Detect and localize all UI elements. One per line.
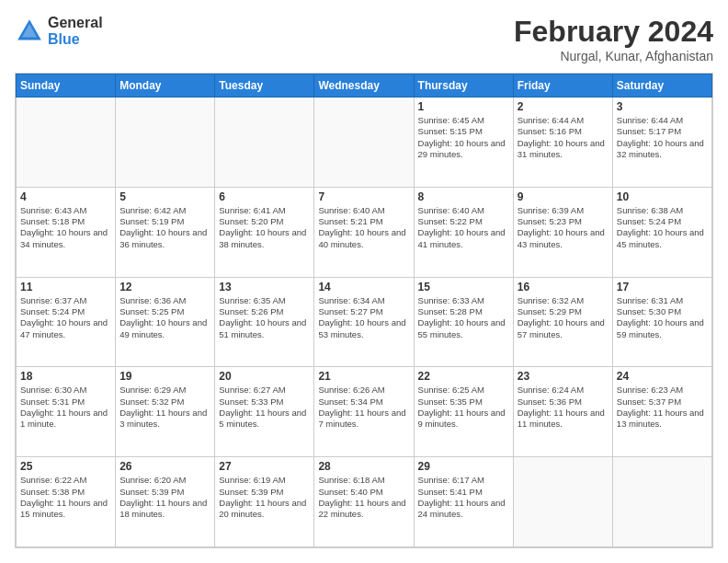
day-info: Sunrise: 6:40 AM Sunset: 5:22 PM Dayligh… [418, 205, 509, 250]
day-info: Sunrise: 6:44 AM Sunset: 5:16 PM Dayligh… [518, 115, 609, 160]
day-number: 26 [119, 460, 210, 473]
day-info: Sunrise: 6:20 AM Sunset: 5:39 PM Dayligh… [119, 475, 210, 520]
day-of-week-header: Tuesday [215, 75, 314, 98]
calendar-day-cell: 10Sunrise: 6:38 AM Sunset: 5:24 PM Dayli… [612, 187, 711, 277]
day-of-week-header: Saturday [612, 75, 711, 98]
day-number: 27 [219, 460, 310, 473]
day-of-week-header: Wednesday [314, 75, 414, 98]
day-number: 23 [518, 370, 609, 383]
month-year: February 2024 [514, 15, 713, 49]
day-number: 1 [418, 100, 509, 113]
day-number: 22 [418, 370, 509, 383]
day-number: 9 [518, 190, 609, 203]
calendar-day-cell: 15Sunrise: 6:33 AM Sunset: 5:28 PM Dayli… [414, 277, 513, 367]
calendar-week-row: 4Sunrise: 6:43 AM Sunset: 5:18 PM Daylig… [17, 187, 712, 277]
days-header-row: SundayMondayTuesdayWednesdayThursdayFrid… [17, 75, 712, 98]
day-number: 7 [318, 190, 409, 203]
day-number: 21 [318, 370, 409, 383]
day-info: Sunrise: 6:23 AM Sunset: 5:37 PM Dayligh… [617, 385, 708, 430]
calendar-week-row: 25Sunrise: 6:22 AM Sunset: 5:38 PM Dayli… [17, 457, 712, 547]
day-info: Sunrise: 6:29 AM Sunset: 5:32 PM Dayligh… [119, 385, 210, 430]
calendar-day-cell [314, 98, 414, 188]
title-block: February 2024 Nurgal, Kunar, Afghanistan [514, 15, 713, 63]
calendar-week-row: 1Sunrise: 6:45 AM Sunset: 5:15 PM Daylig… [17, 98, 712, 188]
page: General Blue February 2024 Nurgal, Kunar… [0, 0, 728, 563]
calendar-day-cell: 21Sunrise: 6:26 AM Sunset: 5:34 PM Dayli… [314, 367, 414, 457]
day-number: 16 [518, 281, 609, 293]
calendar-body: 1Sunrise: 6:45 AM Sunset: 5:15 PM Daylig… [17, 98, 712, 547]
day-info: Sunrise: 6:24 AM Sunset: 5:36 PM Dayligh… [518, 385, 609, 430]
day-number: 20 [219, 370, 310, 383]
day-of-week-header: Sunday [17, 75, 116, 98]
calendar-day-cell: 24Sunrise: 6:23 AM Sunset: 5:37 PM Dayli… [612, 367, 711, 457]
calendar-day-cell: 19Sunrise: 6:29 AM Sunset: 5:32 PM Dayli… [116, 367, 215, 457]
day-info: Sunrise: 6:27 AM Sunset: 5:33 PM Dayligh… [219, 385, 310, 430]
day-number: 15 [418, 281, 509, 293]
day-info: Sunrise: 6:40 AM Sunset: 5:21 PM Dayligh… [318, 205, 409, 250]
calendar-day-cell: 2Sunrise: 6:44 AM Sunset: 5:16 PM Daylig… [513, 98, 612, 188]
calendar-day-cell: 27Sunrise: 6:19 AM Sunset: 5:39 PM Dayli… [215, 457, 314, 547]
day-info: Sunrise: 6:19 AM Sunset: 5:39 PM Dayligh… [219, 475, 310, 520]
day-info: Sunrise: 6:31 AM Sunset: 5:30 PM Dayligh… [617, 295, 708, 340]
calendar-day-cell: 20Sunrise: 6:27 AM Sunset: 5:33 PM Dayli… [215, 367, 314, 457]
calendar-day-cell: 16Sunrise: 6:32 AM Sunset: 5:29 PM Dayli… [513, 277, 612, 367]
calendar-day-cell: 25Sunrise: 6:22 AM Sunset: 5:38 PM Dayli… [17, 457, 116, 547]
day-number: 11 [20, 281, 111, 293]
logo-icon [15, 17, 44, 46]
calendar-day-cell: 14Sunrise: 6:34 AM Sunset: 5:27 PM Dayli… [314, 277, 414, 367]
day-info: Sunrise: 6:32 AM Sunset: 5:29 PM Dayligh… [518, 295, 609, 340]
day-number: 19 [119, 370, 210, 383]
calendar-day-cell: 4Sunrise: 6:43 AM Sunset: 5:18 PM Daylig… [17, 187, 116, 277]
calendar-day-cell [215, 98, 314, 188]
day-info: Sunrise: 6:34 AM Sunset: 5:27 PM Dayligh… [318, 295, 409, 340]
day-number: 28 [318, 460, 409, 473]
calendar: SundayMondayTuesdayWednesdayThursdayFrid… [15, 73, 713, 548]
day-number: 2 [518, 100, 609, 113]
day-number: 3 [617, 100, 708, 113]
day-info: Sunrise: 6:37 AM Sunset: 5:24 PM Dayligh… [20, 295, 111, 340]
calendar-week-row: 11Sunrise: 6:37 AM Sunset: 5:24 PM Dayli… [17, 277, 712, 367]
day-number: 17 [617, 281, 708, 293]
day-number: 12 [119, 281, 210, 293]
day-number: 10 [617, 190, 708, 203]
calendar-day-cell: 11Sunrise: 6:37 AM Sunset: 5:24 PM Dayli… [17, 277, 116, 367]
day-info: Sunrise: 6:17 AM Sunset: 5:41 PM Dayligh… [418, 475, 509, 520]
day-of-week-header: Friday [513, 75, 612, 98]
calendar-day-cell: 1Sunrise: 6:45 AM Sunset: 5:15 PM Daylig… [414, 98, 513, 188]
calendar-day-cell: 8Sunrise: 6:40 AM Sunset: 5:22 PM Daylig… [414, 187, 513, 277]
day-of-week-header: Monday [116, 75, 215, 98]
logo: General Blue [15, 15, 103, 47]
day-info: Sunrise: 6:39 AM Sunset: 5:23 PM Dayligh… [518, 205, 609, 250]
calendar-day-cell: 12Sunrise: 6:36 AM Sunset: 5:25 PM Dayli… [116, 277, 215, 367]
day-info: Sunrise: 6:45 AM Sunset: 5:15 PM Dayligh… [418, 115, 509, 160]
day-number: 5 [119, 190, 210, 203]
day-number: 24 [617, 370, 708, 383]
day-info: Sunrise: 6:30 AM Sunset: 5:31 PM Dayligh… [20, 385, 111, 430]
calendar-day-cell [17, 98, 116, 188]
day-info: Sunrise: 6:41 AM Sunset: 5:20 PM Dayligh… [219, 205, 310, 250]
day-info: Sunrise: 6:18 AM Sunset: 5:40 PM Dayligh… [318, 475, 409, 520]
calendar-day-cell: 5Sunrise: 6:42 AM Sunset: 5:19 PM Daylig… [116, 187, 215, 277]
day-info: Sunrise: 6:38 AM Sunset: 5:24 PM Dayligh… [617, 205, 708, 250]
location: Nurgal, Kunar, Afghanistan [514, 49, 713, 63]
calendar-day-cell: 28Sunrise: 6:18 AM Sunset: 5:40 PM Dayli… [314, 457, 414, 547]
day-info: Sunrise: 6:44 AM Sunset: 5:17 PM Dayligh… [617, 115, 708, 160]
day-number: 25 [20, 460, 111, 473]
day-number: 13 [219, 281, 310, 293]
calendar-day-cell: 17Sunrise: 6:31 AM Sunset: 5:30 PM Dayli… [612, 277, 711, 367]
day-info: Sunrise: 6:22 AM Sunset: 5:38 PM Dayligh… [20, 475, 111, 520]
logo-text: General Blue [48, 15, 103, 47]
logo-blue: Blue [48, 31, 103, 48]
day-of-week-header: Thursday [414, 75, 513, 98]
calendar-day-cell: 13Sunrise: 6:35 AM Sunset: 5:26 PM Dayli… [215, 277, 314, 367]
calendar-day-cell: 23Sunrise: 6:24 AM Sunset: 5:36 PM Dayli… [513, 367, 612, 457]
logo-general: General [48, 15, 103, 31]
day-number: 6 [219, 190, 310, 203]
day-number: 29 [418, 460, 509, 473]
calendar-day-cell: 29Sunrise: 6:17 AM Sunset: 5:41 PM Dayli… [414, 457, 513, 547]
day-info: Sunrise: 6:26 AM Sunset: 5:34 PM Dayligh… [318, 385, 409, 430]
calendar-day-cell [116, 98, 215, 188]
day-info: Sunrise: 6:36 AM Sunset: 5:25 PM Dayligh… [119, 295, 210, 340]
day-number: 18 [20, 370, 111, 383]
calendar-week-row: 18Sunrise: 6:30 AM Sunset: 5:31 PM Dayli… [17, 367, 712, 457]
